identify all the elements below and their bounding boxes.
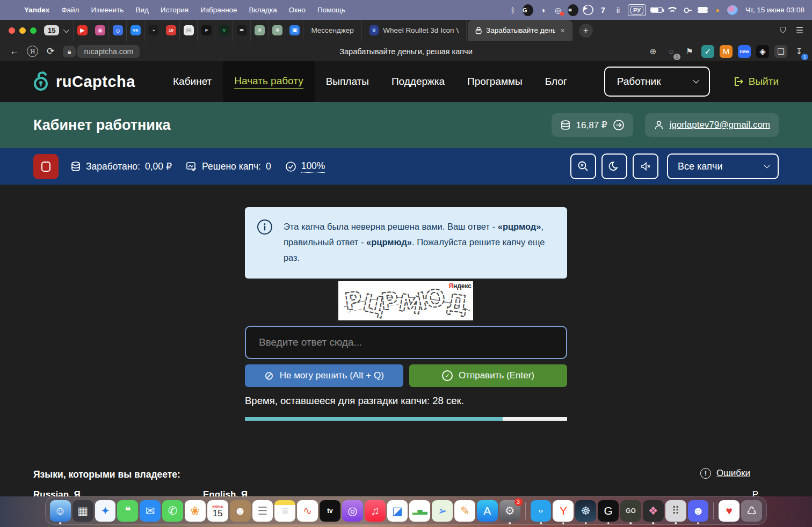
dock-vscode[interactable]: ‹› (531, 500, 552, 522)
menu-view[interactable]: Вид (129, 6, 154, 14)
dock-freeform[interactable]: ∿ (297, 500, 318, 522)
cannot-solve-button[interactable]: ⊘ Не могу решить (Alt + Q) (245, 364, 403, 387)
back-button[interactable]: ← (6, 46, 23, 57)
dock-keypad-app[interactable]: ⠿ (665, 500, 686, 522)
extensions-icon[interactable]: ◌1 (665, 45, 678, 58)
dock-yandex-browser[interactable]: Y (553, 500, 574, 522)
new-tab-button[interactable]: + (579, 24, 593, 38)
refresh-button[interactable]: ⟳ (42, 46, 59, 57)
pinned-tab-openai-1[interactable]: ✳ (250, 20, 268, 41)
language-indicator[interactable]: РУ (628, 4, 646, 16)
mute-button[interactable] (633, 153, 658, 179)
siri-icon[interactable] (727, 5, 738, 15)
accuracy-value[interactable]: 100% (301, 160, 325, 173)
dock-photos[interactable]: ❀ (185, 500, 206, 522)
errors-link[interactable]: ! Ошибки (700, 468, 750, 479)
pinned-tab-quill[interactable]: ✒ (233, 20, 250, 41)
bookmark-icon[interactable]: ⚑ (683, 45, 696, 58)
pinned-tab-openai-2[interactable]: ✳ (268, 20, 286, 41)
menu-yandex[interactable]: Yandex (18, 6, 55, 14)
dock-csgo[interactable]: GO (620, 500, 641, 522)
seven-app-icon[interactable]: 7 (598, 4, 608, 16)
wifi-icon[interactable] (667, 6, 678, 14)
nav-support[interactable]: Поддержка (380, 61, 456, 102)
tab-rucaptcha-active[interactable]: Зарабатывайте деньг × (468, 20, 572, 41)
contrast-icon[interactable]: ◑ (538, 4, 548, 16)
pinned-tab-dribbble[interactable]: ◉ (91, 20, 108, 41)
control-center-icon[interactable] (697, 6, 708, 14)
screen-record-icon[interactable]: ◎ (553, 4, 563, 16)
ssl-lock-icon[interactable]: 🔒︎ (63, 46, 76, 57)
dock-steam[interactable]: ☸ (575, 500, 596, 522)
dock-charts[interactable]: ▂▅▃ (409, 500, 430, 522)
url-field[interactable]: rucaptcha.com (77, 45, 140, 58)
captcha-answer-input[interactable] (245, 326, 567, 359)
account-pill[interactable]: igorlaptev79@gmail.com (645, 113, 779, 137)
minimize-window-button[interactable] (19, 27, 26, 34)
pinned-tab-vk[interactable]: VK (126, 20, 144, 41)
role-select[interactable]: Работник (604, 67, 710, 97)
dock-health-app[interactable]: ♥ (719, 500, 740, 522)
dock-color-app[interactable]: ❖ (643, 500, 664, 522)
nav-cabinet[interactable]: Кабинет (162, 61, 223, 102)
dock-facetime[interactable]: ✆ (162, 500, 183, 522)
tag-ext-icon[interactable]: ❏ (774, 45, 787, 58)
balance-pill[interactable]: 16,87 ₽ (552, 113, 633, 137)
tab-counter[interactable]: 15 (44, 25, 59, 35)
ext-new-icon[interactable]: new (738, 45, 751, 58)
dock-launchpad[interactable]: ▦ (73, 500, 93, 522)
night-eye-icon[interactable]: ◈ (756, 45, 769, 58)
browser-menu-icon[interactable]: ☰ (796, 25, 803, 35)
fullscreen-window-button[interactable] (30, 27, 37, 34)
pinned-tab-youtube[interactable]: ▶ (73, 20, 91, 41)
menu-file[interactable]: Файл (55, 6, 85, 14)
dock-messages[interactable]: ❝ (117, 500, 138, 522)
pinned-tab-framer[interactable]: F (197, 20, 215, 41)
pinned-tab-chat[interactable]: ▣ (286, 20, 303, 41)
menu-favorites[interactable]: Избранное (194, 6, 243, 14)
account-email[interactable]: igorlaptev79@gmail.com (670, 120, 770, 130)
dock-discord[interactable]: ☻ (688, 500, 709, 522)
captcha-filter-select[interactable]: Все капчи (667, 153, 779, 179)
dock-music[interactable]: ♫ (365, 500, 386, 522)
dock-finder[interactable]: ☺ (50, 500, 71, 522)
dock-calendar[interactable]: июнь 15 (207, 500, 228, 522)
menu-help[interactable]: Помощь (311, 6, 351, 14)
menu-history[interactable]: История (155, 6, 194, 14)
language-russian[interactable]: Russian, Я (33, 489, 81, 496)
menubar-clock[interactable]: Чт, 15 июня 03:08 (742, 6, 804, 14)
metamask-fox-icon[interactable]: M (720, 45, 733, 58)
menu-edit[interactable]: Изменить (85, 6, 129, 14)
side-panel-icon[interactable]: ⛉ (780, 26, 786, 35)
menu-tab[interactable]: Вкладка (243, 6, 283, 14)
dock-mail[interactable]: ✉ (140, 500, 161, 522)
zoom-captcha-button[interactable] (570, 153, 596, 179)
language-english[interactable]: English, Я (203, 489, 248, 496)
dock-pages[interactable]: ✎ (454, 500, 475, 522)
pinned-tab-document[interactable]: ▤ (179, 20, 197, 41)
close-tab-icon[interactable]: × (560, 26, 565, 35)
pinned-tab-bot[interactable]: ☺ (108, 20, 126, 41)
spotlight-search-icon[interactable]: ⚲ (679, 2, 695, 18)
stop-work-button[interactable] (33, 154, 59, 179)
zoom-page-icon[interactable]: ⊕ (647, 45, 659, 58)
sphere-app-icon[interactable]: ⠶ (568, 4, 578, 16)
dock-settings[interactable]: ⚙ 3 (499, 500, 520, 522)
nav-payouts[interactable]: Выплаты (315, 61, 380, 102)
nav-blog[interactable]: Блог (534, 61, 578, 102)
bluetooth-icon[interactable]: ᛒ (508, 4, 518, 16)
pinned-tab-ten[interactable]: 10 (162, 20, 179, 41)
dock-maps[interactable]: ➢ (432, 500, 453, 522)
menu-window[interactable]: Окно (283, 6, 311, 14)
yandex-home-icon[interactable]: Я (27, 46, 38, 57)
close-window-button[interactable] (9, 27, 15, 34)
notification-dot[interactable]: ● (712, 4, 723, 16)
dock-safari[interactable]: ✦ (95, 500, 116, 522)
nav-start-work[interactable]: Начать работу (223, 61, 314, 102)
nav-programs[interactable]: Программы (456, 61, 534, 102)
logout-button[interactable]: Выйти (731, 76, 779, 87)
airpods-icon[interactable]: ii (613, 4, 624, 16)
dock-trash[interactable]: ♺ (741, 500, 762, 522)
rucaptcha-logo[interactable]: ruCaptcha (33, 71, 135, 92)
dock-contacts[interactable]: ☻ (230, 500, 251, 522)
